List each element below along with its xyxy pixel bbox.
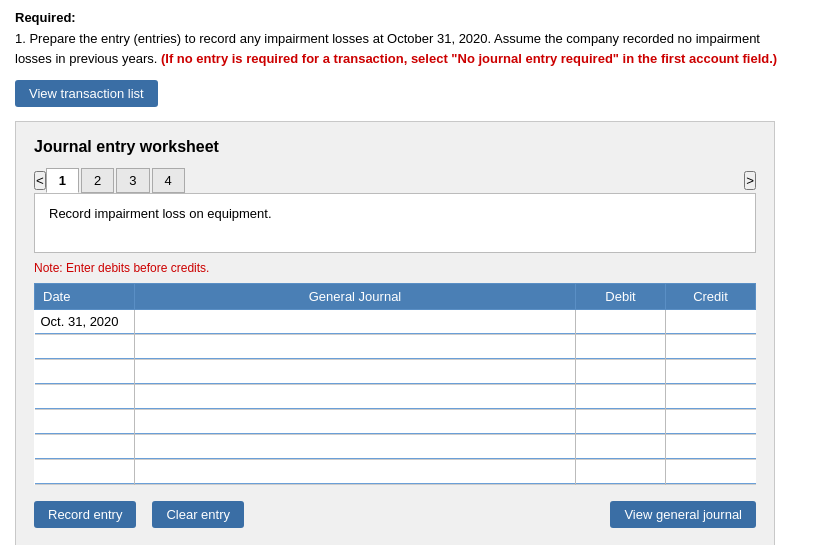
debit-input-6[interactable]	[576, 460, 665, 484]
journal-input-5[interactable]	[135, 435, 575, 459]
tab-navigation: < 1 2 3 4 >	[34, 168, 756, 193]
required-label: Required:	[15, 10, 817, 25]
tab-1[interactable]: 1	[46, 168, 79, 193]
credit-input-5[interactable]	[666, 435, 756, 459]
date-input-2[interactable]	[35, 360, 135, 384]
instruction-red: (If no entry is required for a transacti…	[161, 51, 777, 66]
view-transaction-button[interactable]: View transaction list	[15, 80, 158, 107]
credit-input-3[interactable]	[666, 385, 756, 409]
instruction-line2: losses in previous years.	[15, 51, 161, 66]
table-row	[35, 460, 756, 485]
journal-input-2[interactable]	[135, 360, 575, 384]
journal-input-4[interactable]	[135, 410, 575, 434]
worksheet-container: Journal entry worksheet < 1 2 3 4 > Reco…	[15, 121, 775, 545]
credit-input-6[interactable]	[666, 460, 756, 484]
journal-input-3[interactable]	[135, 385, 575, 409]
entry-description: Record impairment loss on equipment.	[34, 193, 756, 253]
note-text: Note: Enter debits before credits.	[34, 261, 756, 275]
debit-input-0[interactable]	[576, 310, 665, 334]
table-row	[35, 435, 756, 460]
journal-table: Date General Journal Debit Credit	[34, 283, 756, 485]
credit-input-4[interactable]	[666, 410, 756, 434]
tab-next-arrow[interactable]: >	[744, 171, 756, 190]
view-general-journal-button[interactable]: View general journal	[610, 501, 756, 528]
debit-input-1[interactable]	[576, 335, 665, 359]
debit-input-5[interactable]	[576, 435, 665, 459]
col-header-journal: General Journal	[135, 284, 576, 310]
action-buttons-row: Record entry Clear entry View general jo…	[34, 501, 756, 528]
tab-prev-arrow[interactable]: <	[34, 171, 46, 190]
debit-input-3[interactable]	[576, 385, 665, 409]
record-entry-button[interactable]: Record entry	[34, 501, 136, 528]
journal-input-0[interactable]	[135, 310, 575, 334]
journal-input-6[interactable]	[135, 460, 575, 484]
clear-entry-button[interactable]: Clear entry	[152, 501, 244, 528]
date-input-3[interactable]	[35, 385, 135, 409]
debit-input-2[interactable]	[576, 360, 665, 384]
worksheet-title: Journal entry worksheet	[34, 138, 756, 156]
date-input-5[interactable]	[35, 435, 135, 459]
credit-input-1[interactable]	[666, 335, 756, 359]
table-row	[35, 335, 756, 360]
instruction-text: 1. Prepare the entry (entries) to record…	[15, 29, 817, 68]
table-row	[35, 385, 756, 410]
journal-input-1[interactable]	[135, 335, 575, 359]
instruction-line1: 1. Prepare the entry (entries) to record…	[15, 31, 760, 46]
table-row	[35, 410, 756, 435]
tab-4[interactable]: 4	[152, 168, 185, 193]
tab-3[interactable]: 3	[116, 168, 149, 193]
col-header-debit: Debit	[576, 284, 666, 310]
credit-input-2[interactable]	[666, 360, 756, 384]
date-input-4[interactable]	[35, 410, 135, 434]
col-header-date: Date	[35, 284, 135, 310]
date-input-0[interactable]	[35, 310, 135, 334]
table-row	[35, 310, 756, 335]
credit-input-0[interactable]	[666, 310, 756, 334]
date-input-6[interactable]	[35, 460, 135, 484]
debit-input-4[interactable]	[576, 410, 665, 434]
date-input-1[interactable]	[35, 335, 135, 359]
table-row	[35, 360, 756, 385]
col-header-credit: Credit	[666, 284, 756, 310]
tab-2[interactable]: 2	[81, 168, 114, 193]
